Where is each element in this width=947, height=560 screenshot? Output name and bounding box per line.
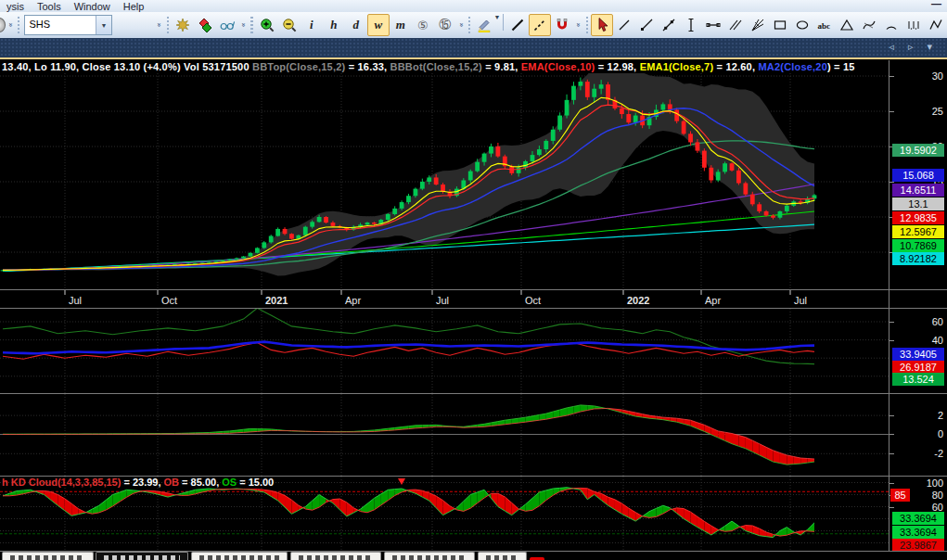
toolbar-grip[interactable] bbox=[468, 17, 471, 33]
menu-item-ysis[interactable]: ysis bbox=[0, 1, 31, 12]
scale-tick-mark bbox=[889, 322, 894, 323]
minimize-button[interactable]: — bbox=[931, 0, 941, 9]
toolbar-grip[interactable] bbox=[18, 17, 20, 33]
magnet-button[interactable] bbox=[551, 14, 573, 36]
price-badge: 15.068 bbox=[892, 169, 944, 182]
price-badge: 33.3694 bbox=[892, 512, 944, 525]
pencil-button[interactable] bbox=[473, 14, 495, 36]
horizontal-segment-icon bbox=[706, 18, 721, 32]
toolbar-grip[interactable] bbox=[167, 17, 170, 33]
period-button-d[interactable]: d bbox=[345, 14, 367, 36]
toolbar-grip[interactable] bbox=[586, 17, 589, 33]
rectangle-button[interactable] bbox=[769, 14, 791, 36]
clipped-tab-label bbox=[104, 555, 180, 560]
layout-tab[interactable] bbox=[478, 552, 527, 560]
curve-button[interactable] bbox=[858, 14, 880, 36]
extended-line-icon bbox=[661, 18, 676, 32]
arc-button[interactable] bbox=[880, 14, 902, 36]
symbol-combobox[interactable]: SHS ▼ bbox=[24, 15, 112, 35]
x-axis-label: 2021 bbox=[265, 295, 288, 306]
price-badge: 33.9405 bbox=[892, 348, 944, 361]
indicator-header-segment: ) = 15 bbox=[827, 61, 855, 72]
toolbar-divider bbox=[503, 14, 504, 31]
indicator-header-segment: = 9.81, bbox=[482, 61, 521, 72]
trendline-button[interactable] bbox=[613, 14, 635, 36]
toolbar-overflow-icon[interactable]: » bbox=[155, 15, 164, 35]
panel-separator bbox=[0, 308, 947, 309]
price-badge: 33.3694 bbox=[892, 526, 944, 539]
zoom-out-button[interactable] bbox=[278, 14, 301, 36]
layout-tab[interactable] bbox=[191, 552, 288, 560]
toolbar-overflow-icon[interactable]: » bbox=[456, 15, 466, 35]
toolbar-overflow-icon[interactable]: » bbox=[6, 15, 15, 35]
zoom-in-button[interactable] bbox=[256, 14, 278, 36]
price-badge: 13.524 bbox=[892, 373, 944, 386]
extended-line-button[interactable] bbox=[658, 14, 680, 36]
layout-tab[interactable] bbox=[290, 552, 381, 560]
explorer-button[interactable] bbox=[216, 14, 238, 36]
layout-tab[interactable] bbox=[384, 552, 475, 560]
window-nav-arrows[interactable]: ◃ ▹ ▾ bbox=[889, 41, 938, 53]
toolbar-overflow-icon[interactable]: » bbox=[238, 15, 248, 35]
toolbar-row: » SHS ▼ » » ihdwm⑤⑮ » ▼ » abc bbox=[0, 12, 947, 39]
line-solid-button[interactable] bbox=[506, 14, 529, 36]
line-dashed-button[interactable] bbox=[529, 14, 551, 36]
line-solid-icon bbox=[510, 18, 525, 32]
period-button-i[interactable]: i bbox=[301, 14, 323, 36]
panel-separator bbox=[0, 289, 947, 290]
indicator-header-segment: = 12.60, bbox=[713, 61, 758, 72]
line-dashed-icon bbox=[532, 18, 547, 32]
expert-advisor-button[interactable] bbox=[194, 14, 216, 36]
scale-tick-mark bbox=[889, 415, 894, 416]
combobox-dropdown-icon[interactable]: ▼ bbox=[96, 16, 111, 34]
layout-tab[interactable] bbox=[96, 552, 188, 560]
horizontal-segment-button[interactable] bbox=[702, 14, 724, 36]
kd-cloud-header: h KD Cloud(14,3,3,85,15) = 23.99, OB = 8… bbox=[2, 477, 558, 489]
period-button-w[interactable]: w bbox=[367, 14, 390, 36]
period-button-⑤[interactable]: ⑤ bbox=[412, 14, 434, 36]
text-abc-button[interactable]: abc bbox=[813, 14, 836, 36]
triangle-button[interactable] bbox=[836, 14, 858, 36]
scale-tick-mark bbox=[889, 76, 894, 77]
pointer-button[interactable] bbox=[591, 14, 613, 36]
price-badge: 10.7869 bbox=[892, 239, 944, 252]
ray-line-button[interactable] bbox=[635, 14, 658, 36]
cycle-lines-button[interactable] bbox=[902, 14, 925, 36]
scale-tick-label: 40 bbox=[901, 335, 943, 346]
x-axis-label: Jul bbox=[69, 295, 82, 306]
toolbar-overflow-icon[interactable]: » bbox=[573, 15, 582, 35]
period-button-m[interactable]: m bbox=[390, 14, 412, 36]
pencil-dropdown-icon[interactable]: ▼ bbox=[493, 14, 500, 36]
curve-icon bbox=[862, 18, 877, 32]
mdi-strip: ◃ ▹ ▾ bbox=[0, 38, 947, 57]
price-badge: 12.9835 bbox=[892, 211, 944, 224]
ray-line-icon bbox=[639, 18, 654, 32]
menu-item-help[interactable]: Help bbox=[117, 1, 151, 12]
ellipse-button[interactable] bbox=[791, 14, 813, 36]
period-button-⑮[interactable]: ⑮ bbox=[434, 14, 456, 36]
system-tester-button[interactable] bbox=[172, 14, 194, 36]
menu-item-tools[interactable]: Tools bbox=[31, 1, 68, 12]
kd-header-segment: = 85.00, bbox=[179, 477, 222, 488]
pointer-icon bbox=[595, 18, 609, 32]
scale-tick-label: 60 bbox=[901, 316, 943, 327]
toolbar-grip[interactable] bbox=[250, 17, 253, 33]
symbol-value[interactable]: SHS bbox=[25, 16, 96, 34]
period-button-h[interactable]: h bbox=[323, 14, 345, 36]
kd-header-segment: h KD Cloud(14,3,3,85,15) bbox=[2, 477, 121, 488]
indicator-header: 13.40, Lo 11.90, Close 13.10 (+4.0%) Vol… bbox=[2, 61, 887, 73]
scale-tick-mark bbox=[889, 340, 894, 341]
menu-item-window[interactable]: Window bbox=[68, 1, 117, 12]
x-axis-label: Oct bbox=[525, 295, 541, 306]
vertical-line-button[interactable] bbox=[680, 14, 702, 36]
zigzag-button[interactable] bbox=[925, 14, 947, 36]
layout-tab[interactable] bbox=[2, 552, 94, 560]
parallel-lines-button[interactable] bbox=[724, 14, 747, 36]
zigzag-icon bbox=[928, 18, 943, 32]
fan-lines-button[interactable] bbox=[747, 14, 769, 36]
x-axis-label: Jul bbox=[794, 295, 807, 306]
x-axis-label: Apr bbox=[345, 295, 361, 306]
clipped-tab-label bbox=[299, 555, 373, 560]
clipped-tab-label bbox=[10, 555, 85, 560]
zoom-out-icon bbox=[282, 18, 297, 32]
